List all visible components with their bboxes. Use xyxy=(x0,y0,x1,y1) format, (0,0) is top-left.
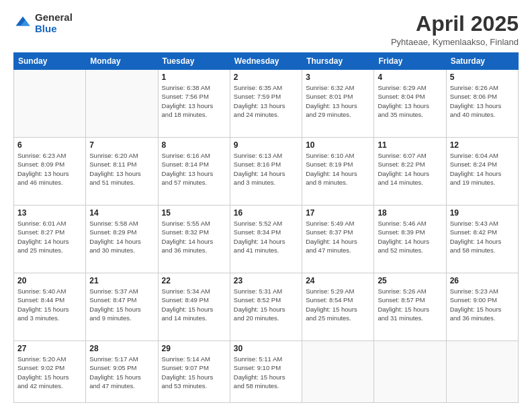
calendar-cell: 27Sunrise: 5:20 AMSunset: 9:02 PMDayligh… xyxy=(14,341,86,403)
calendar-cell: 6Sunrise: 6:23 AMSunset: 8:09 PMDaylight… xyxy=(14,138,86,205)
day-number: 22 xyxy=(162,276,226,285)
day-number: 11 xyxy=(378,140,442,150)
day-number: 30 xyxy=(234,344,298,353)
day-number: 24 xyxy=(306,276,370,285)
calendar-cell: 1Sunrise: 6:38 AMSunset: 7:56 PMDaylight… xyxy=(158,70,230,138)
day-info: Sunrise: 6:29 AMSunset: 8:04 PMDaylight:… xyxy=(378,83,442,119)
day-info: Sunrise: 5:20 AMSunset: 9:02 PMDaylight:… xyxy=(17,355,82,390)
calendar-cell: 24Sunrise: 5:29 AMSunset: 8:54 PMDayligh… xyxy=(302,273,374,341)
day-info: Sunrise: 5:49 AMSunset: 8:37 PMDaylight:… xyxy=(306,219,370,255)
title-block: April 2025 Pyhtaeae, Kymenlaakso, Finlan… xyxy=(391,12,519,47)
day-number: 25 xyxy=(378,276,442,285)
calendar-cell: 17Sunrise: 5:49 AMSunset: 8:37 PMDayligh… xyxy=(302,205,374,273)
calendar-cell: 20Sunrise: 5:40 AMSunset: 8:44 PMDayligh… xyxy=(14,273,86,341)
header: General Blue April 2025 Pyhtaeae, Kymenl… xyxy=(13,12,519,47)
day-info: Sunrise: 6:26 AMSunset: 8:06 PMDaylight:… xyxy=(450,83,515,119)
col-wednesday: Wednesday xyxy=(230,53,302,70)
day-number: 15 xyxy=(162,208,226,218)
calendar-cell: 12Sunrise: 6:04 AMSunset: 8:24 PMDayligh… xyxy=(446,138,518,205)
calendar-week-row: 20Sunrise: 5:40 AMSunset: 8:44 PMDayligh… xyxy=(14,273,519,341)
day-info: Sunrise: 5:52 AMSunset: 8:34 PMDaylight:… xyxy=(234,219,298,255)
calendar-cell: 7Sunrise: 6:20 AMSunset: 8:11 PMDaylight… xyxy=(86,138,158,205)
calendar-cell: 3Sunrise: 6:32 AMSunset: 8:01 PMDaylight… xyxy=(302,70,374,138)
calendar-cell: 30Sunrise: 5:11 AMSunset: 9:10 PMDayligh… xyxy=(230,341,302,403)
day-info: Sunrise: 5:43 AMSunset: 8:42 PMDaylight:… xyxy=(450,219,515,255)
day-info: Sunrise: 5:34 AMSunset: 8:49 PMDaylight:… xyxy=(162,287,226,322)
col-monday: Monday xyxy=(86,53,158,70)
day-info: Sunrise: 5:11 AMSunset: 9:10 PMDaylight:… xyxy=(234,355,298,390)
calendar-cell: 16Sunrise: 5:52 AMSunset: 8:34 PMDayligh… xyxy=(230,205,302,273)
calendar-cell: 25Sunrise: 5:26 AMSunset: 8:57 PMDayligh… xyxy=(374,273,446,341)
calendar-cell xyxy=(446,341,518,403)
calendar-cell: 28Sunrise: 5:17 AMSunset: 9:05 PMDayligh… xyxy=(86,341,158,403)
col-saturday: Saturday xyxy=(446,53,518,70)
day-number: 29 xyxy=(162,344,226,353)
day-info: Sunrise: 6:10 AMSunset: 8:19 PMDaylight:… xyxy=(306,151,370,187)
day-number: 3 xyxy=(306,73,370,82)
calendar-week-row: 27Sunrise: 5:20 AMSunset: 9:02 PMDayligh… xyxy=(14,341,519,403)
calendar-cell: 23Sunrise: 5:31 AMSunset: 8:52 PMDayligh… xyxy=(230,273,302,341)
day-number: 28 xyxy=(89,344,154,353)
col-tuesday: Tuesday xyxy=(158,53,230,70)
day-info: Sunrise: 5:23 AMSunset: 9:00 PMDaylight:… xyxy=(450,287,515,322)
logo-general-text: General xyxy=(35,12,73,24)
day-info: Sunrise: 5:40 AMSunset: 8:44 PMDaylight:… xyxy=(17,287,82,322)
day-number: 1 xyxy=(162,73,226,82)
day-number: 10 xyxy=(306,140,370,150)
day-info: Sunrise: 5:37 AMSunset: 8:47 PMDaylight:… xyxy=(89,287,154,322)
col-sunday: Sunday xyxy=(14,53,86,70)
calendar-cell: 22Sunrise: 5:34 AMSunset: 8:49 PMDayligh… xyxy=(158,273,230,341)
calendar-cell: 9Sunrise: 6:13 AMSunset: 8:16 PMDaylight… xyxy=(230,138,302,205)
day-info: Sunrise: 5:29 AMSunset: 8:54 PMDaylight:… xyxy=(306,287,370,322)
day-number: 18 xyxy=(378,208,442,218)
calendar-cell xyxy=(374,341,446,403)
page: General Blue April 2025 Pyhtaeae, Kymenl… xyxy=(0,0,532,411)
day-info: Sunrise: 5:26 AMSunset: 8:57 PMDaylight:… xyxy=(378,287,442,322)
calendar-header-row: Sunday Monday Tuesday Wednesday Thursday… xyxy=(14,53,519,70)
calendar-cell xyxy=(14,70,86,138)
calendar-cell: 13Sunrise: 6:01 AMSunset: 8:27 PMDayligh… xyxy=(14,205,86,273)
calendar-cell xyxy=(302,341,374,403)
day-number: 6 xyxy=(17,140,82,150)
calendar-cell: 19Sunrise: 5:43 AMSunset: 8:42 PMDayligh… xyxy=(446,205,518,273)
calendar-cell: 29Sunrise: 5:14 AMSunset: 9:07 PMDayligh… xyxy=(158,341,230,403)
day-number: 12 xyxy=(450,140,515,150)
day-number: 23 xyxy=(234,276,298,285)
day-info: Sunrise: 5:46 AMSunset: 8:39 PMDaylight:… xyxy=(378,219,442,255)
calendar-week-row: 13Sunrise: 6:01 AMSunset: 8:27 PMDayligh… xyxy=(14,205,519,273)
calendar-week-row: 6Sunrise: 6:23 AMSunset: 8:09 PMDaylight… xyxy=(14,138,519,205)
logo-text: General Blue xyxy=(35,12,73,34)
day-info: Sunrise: 6:38 AMSunset: 7:56 PMDaylight:… xyxy=(162,83,226,119)
day-number: 19 xyxy=(450,208,515,218)
day-number: 17 xyxy=(306,208,370,218)
day-number: 9 xyxy=(234,140,298,150)
day-info: Sunrise: 5:17 AMSunset: 9:05 PMDaylight:… xyxy=(89,355,154,390)
calendar-cell: 21Sunrise: 5:37 AMSunset: 8:47 PMDayligh… xyxy=(86,273,158,341)
day-number: 26 xyxy=(450,276,515,285)
calendar-cell: 10Sunrise: 6:10 AMSunset: 8:19 PMDayligh… xyxy=(302,138,374,205)
day-number: 21 xyxy=(89,276,154,285)
day-info: Sunrise: 6:23 AMSunset: 8:09 PMDaylight:… xyxy=(17,151,82,187)
calendar-cell: 4Sunrise: 6:29 AMSunset: 8:04 PMDaylight… xyxy=(374,70,446,138)
day-number: 7 xyxy=(89,140,154,150)
day-info: Sunrise: 5:31 AMSunset: 8:52 PMDaylight:… xyxy=(234,287,298,322)
calendar-week-row: 1Sunrise: 6:38 AMSunset: 7:56 PMDaylight… xyxy=(14,70,519,138)
col-thursday: Thursday xyxy=(302,53,374,70)
calendar-cell xyxy=(86,70,158,138)
calendar-cell: 14Sunrise: 5:58 AMSunset: 8:29 PMDayligh… xyxy=(86,205,158,273)
day-number: 4 xyxy=(378,73,442,82)
day-number: 13 xyxy=(17,208,82,218)
calendar-table: Sunday Monday Tuesday Wednesday Thursday… xyxy=(13,52,519,403)
day-info: Sunrise: 5:58 AMSunset: 8:29 PMDaylight:… xyxy=(89,219,154,255)
location: Pyhtaeae, Kymenlaakso, Finland xyxy=(391,37,519,47)
day-info: Sunrise: 6:16 AMSunset: 8:14 PMDaylight:… xyxy=(162,151,226,187)
col-friday: Friday xyxy=(374,53,446,70)
calendar-cell: 8Sunrise: 6:16 AMSunset: 8:14 PMDaylight… xyxy=(158,138,230,205)
day-info: Sunrise: 5:14 AMSunset: 9:07 PMDaylight:… xyxy=(162,355,226,390)
calendar-cell: 2Sunrise: 6:35 AMSunset: 7:59 PMDaylight… xyxy=(230,70,302,138)
day-info: Sunrise: 6:13 AMSunset: 8:16 PMDaylight:… xyxy=(234,151,298,187)
logo: General Blue xyxy=(13,12,73,34)
day-number: 14 xyxy=(89,208,154,218)
day-info: Sunrise: 6:07 AMSunset: 8:22 PMDaylight:… xyxy=(378,151,442,187)
day-info: Sunrise: 6:32 AMSunset: 8:01 PMDaylight:… xyxy=(306,83,370,119)
